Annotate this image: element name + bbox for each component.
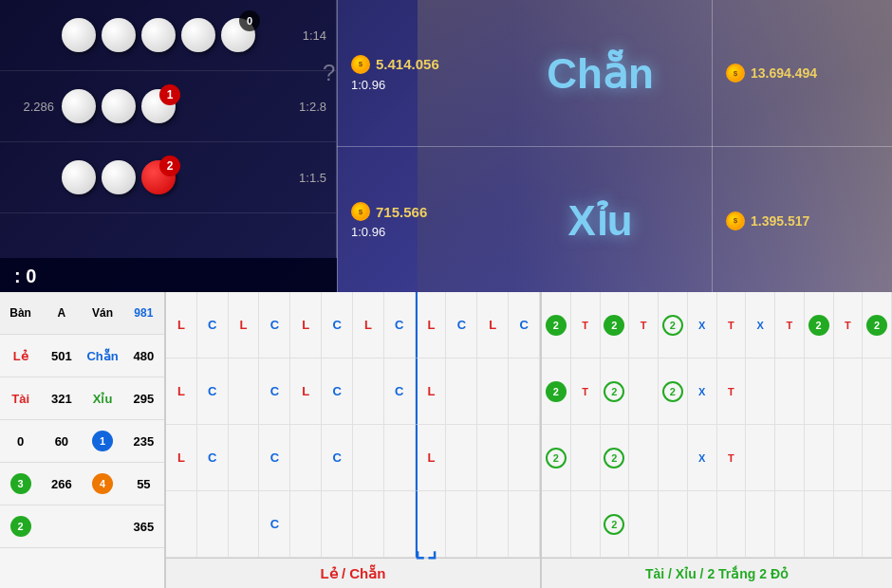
rh-r4c9 xyxy=(775,491,805,558)
cell-4badge: 4 xyxy=(83,469,123,498)
circle-2-5: 2 xyxy=(546,381,567,402)
cell-480: 480 xyxy=(123,345,164,367)
cell-r2c6: C xyxy=(322,358,353,425)
cell-r4c11 xyxy=(477,491,509,558)
question-mark-icon: ? xyxy=(323,60,335,86)
chan-amount-left: $ 5.414.056 xyxy=(351,55,503,74)
badge-3-green: 3 xyxy=(10,473,31,494)
rh-r1c4: T xyxy=(629,292,659,358)
cell-r1c6: C xyxy=(322,292,353,358)
cell-r3c2: C xyxy=(197,425,229,491)
chan-section[interactable]: ? $ 5.414.056 1:0.96 Chẵn xyxy=(337,0,712,147)
xiu-left-info: $ 715.566 1:0.96 xyxy=(351,202,503,239)
cell-le: Lẻ xyxy=(0,345,41,367)
xiu-amount-left: $ 715.566 xyxy=(351,202,503,221)
cell-r4c3 xyxy=(229,491,260,558)
circle-2-3: 2 xyxy=(808,315,829,336)
rh-r4c3: 2 xyxy=(601,491,630,558)
xiu-section[interactable]: $ 715.566 1:0.96 Xỉu xyxy=(337,147,712,294)
coin-icon-4: $ xyxy=(726,211,745,230)
hdr-van: Ván xyxy=(83,303,123,323)
ball-row-3: 2 1:1.5 xyxy=(0,142,336,213)
cell-r2c8: C xyxy=(384,358,416,425)
cell-r2c5: L xyxy=(290,358,322,425)
history-footer-left: Lẻ / Chẵn xyxy=(166,558,540,588)
row3-ratio: 1:1.5 xyxy=(299,171,326,185)
stats-row-lecan: Lẻ 501 Chẵn 480 xyxy=(0,335,164,377)
cell-r2c4: C xyxy=(259,358,290,425)
cell-60: 60 xyxy=(41,431,82,452)
ball-white xyxy=(102,160,136,194)
cell-r4c12 xyxy=(509,491,540,558)
rh-r3c8 xyxy=(746,425,775,491)
rh-r4c11 xyxy=(834,491,864,558)
cell-r3c12 xyxy=(509,425,540,491)
rh-r2c5: 2 xyxy=(659,358,688,425)
stats-header-row: Bàn A Ván 981 xyxy=(0,292,164,335)
ball-white xyxy=(102,89,136,123)
ball-row-1: 0 1:14 xyxy=(0,0,336,71)
row1-ratio: 1:14 xyxy=(303,28,326,43)
rh-r3c2 xyxy=(571,425,601,491)
ball-1-3 xyxy=(141,18,176,52)
cell-r3c8 xyxy=(384,425,416,491)
ball-1-4 xyxy=(181,18,215,52)
rh-r2c12 xyxy=(863,358,892,425)
ball-white xyxy=(102,18,136,52)
circle-empty-2-4: 2 xyxy=(546,448,567,469)
circle-2-1: 2 xyxy=(546,315,567,336)
cell-r1c4: C xyxy=(259,292,290,358)
cell-r1c8: C xyxy=(384,292,416,358)
rh-r1c11: T xyxy=(834,292,864,358)
game-top-section: 0 1:14 2.286 1 1:2.8 xyxy=(0,0,892,294)
cell-3badge: 3 xyxy=(0,469,41,498)
rh-r2c11 xyxy=(834,358,864,425)
cell-r3c1: L xyxy=(166,425,197,491)
cell-r2c12 xyxy=(509,358,540,425)
rh-r4c10 xyxy=(805,491,834,558)
chan-right-amount: $ 13.694.494 xyxy=(712,0,892,147)
badge-top-0: 0 xyxy=(239,10,260,31)
rh-r1c3: 2 xyxy=(601,292,630,358)
rh-r3c11 xyxy=(834,425,864,491)
rh-r2c2: T xyxy=(571,358,601,425)
rh-r3c6: X xyxy=(688,425,717,491)
cell-r2c11 xyxy=(477,358,509,425)
ball-2-2 xyxy=(102,89,136,123)
stats-row-2: 2 365 xyxy=(0,505,164,548)
cell-r4c8 xyxy=(384,491,416,558)
ball-white xyxy=(62,18,96,52)
xiu-odds-left: 1:0.96 xyxy=(351,225,503,239)
rh-r2c6: X xyxy=(688,358,717,425)
cell-r2c9: L xyxy=(416,358,447,425)
rh-r4c5 xyxy=(659,491,688,558)
rh-r2c7: T xyxy=(717,358,747,425)
ball-white xyxy=(141,18,176,52)
coin-icon-3: $ xyxy=(726,64,745,83)
row2-ratio: 1:2.8 xyxy=(299,100,326,114)
rh-r3c10 xyxy=(805,425,834,491)
badge-red-2: 2 xyxy=(159,156,180,176)
score-bar: : 0 xyxy=(0,258,337,294)
cell-r3c11 xyxy=(477,425,509,491)
right-footer-label: Tài / Xỉu / 2 Trắng 2 Đỏ xyxy=(645,566,789,581)
rh-r1c9: T xyxy=(775,292,805,358)
ball-2-1 xyxy=(62,89,96,123)
cell-r2c7 xyxy=(353,358,384,425)
ball-3-2 xyxy=(102,160,136,194)
rh-r2c4 xyxy=(629,358,659,425)
cell-295: 295 xyxy=(123,388,164,410)
coin-icon-1: $ xyxy=(351,55,370,74)
cell-chan: Chẵn xyxy=(83,345,123,367)
circle-2-4: 2 xyxy=(866,315,887,336)
hdr-981: 981 xyxy=(123,303,164,323)
cell-r4c9: ⌞ ⌟ xyxy=(416,491,447,558)
left-ball-panel: 0 1:14 2.286 1 1:2.8 xyxy=(0,0,337,294)
cell-r4c1 xyxy=(166,491,197,558)
cell-r4c6 xyxy=(322,491,353,558)
bottom-panel: Bàn A Ván 981 Lẻ 501 Chẵn 480 Tài 321 Xỉ… xyxy=(0,292,892,588)
xiu-right-amount: $ 1.395.517 xyxy=(712,147,892,294)
ball-1-1 xyxy=(62,18,96,52)
cell-r3c4: C xyxy=(259,425,290,491)
cell-r1c12: C xyxy=(509,292,540,358)
